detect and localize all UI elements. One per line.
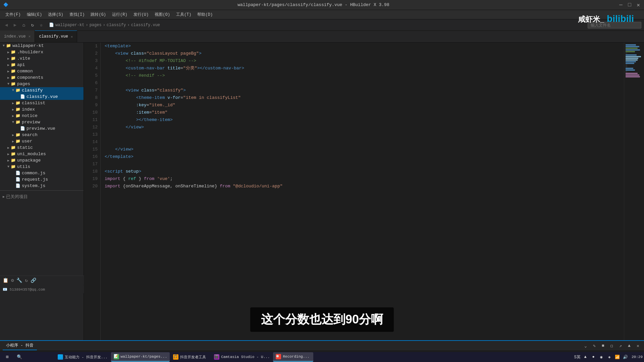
bottom-ctrl-edit[interactable]: ✎: [591, 343, 598, 349]
sidebar-bottom-icon-2[interactable]: ⚙: [11, 278, 14, 283]
tree-item-static[interactable]: ▶ 📁 static: [0, 144, 84, 151]
menu-publish[interactable]: 发行(U): [131, 10, 152, 19]
tree-item-user[interactable]: ▶ 📁 user: [0, 138, 84, 144]
tree-item-classlist[interactable]: ▶ 📁 classlist: [0, 100, 84, 106]
tree-item-system-js[interactable]: 📄 system.js: [0, 183, 84, 189]
folder-icon: 📁: [11, 75, 16, 80]
tab-index-vue[interactable]: index.vue ✕: [0, 31, 35, 42]
tree-item-common[interactable]: ▶ 📁 common: [0, 68, 84, 74]
maximize-button[interactable]: □: [627, 3, 632, 7]
taskbar-app-camtasia[interactable]: 🎬 Camtasia Studio - U...: [211, 352, 272, 362]
breadcrumb-pages[interactable]: pages: [90, 23, 102, 27]
sidebar-bottom-icon-1[interactable]: 📋: [3, 278, 8, 283]
sidebar-bottom-icon-3[interactable]: 🔧: [16, 278, 22, 283]
tree-item-request-js[interactable]: 📄 request.js: [0, 176, 84, 183]
taskbar-app-douyin-dev[interactable]: 🌐 互动能力 - 抖音开发...: [55, 352, 110, 362]
tree-item-api[interactable]: ▶ 📁 api: [0, 62, 84, 68]
folder-icon: 📁: [11, 62, 16, 67]
app-icon-douyin-dev: 🌐: [58, 354, 63, 360]
menu-run[interactable]: 运行(R): [109, 10, 130, 19]
bottom-ctrl-expand[interactable]: ▲: [626, 343, 633, 349]
bottom-ctrl-chevron-down[interactable]: ⌄: [582, 343, 589, 349]
nav-forward-button[interactable]: ▶: [11, 21, 19, 29]
breadcrumb-root[interactable]: wallpaper-kt: [55, 23, 84, 27]
menu-view[interactable]: 视图(O): [152, 10, 173, 19]
breadcrumb-classify-file[interactable]: classify.vue: [131, 23, 160, 27]
tree-item-vite[interactable]: ▶ 📁 .vite: [0, 55, 84, 62]
start-button[interactable]: ⊞: [1, 352, 13, 362]
tab-classify-vue[interactable]: classify.vue ✕: [35, 31, 77, 42]
taskbar-app-douyin-tools[interactable]: 🎵 抖音开发者工具: [170, 352, 211, 362]
tray-icon-vol[interactable]: 🔊: [622, 354, 629, 360]
tray-icon-rec[interactable]: ◉: [598, 354, 605, 360]
expand-icon: ▼: [11, 88, 15, 92]
tree-item-notice[interactable]: ▶ 📁 notice: [0, 113, 84, 119]
menu-goto[interactable]: 跳转(G): [88, 10, 109, 19]
tree-item-preview[interactable]: ▼ 📁 preview: [0, 119, 84, 125]
code-line-1: <template>: [105, 43, 624, 50]
expand-icon: ▶: [6, 159, 11, 163]
tree-label: wallpaper-kt: [12, 43, 44, 48]
taskbar-app-search[interactable]: 🔍: [14, 352, 54, 362]
expand-icon: ▶: [6, 69, 11, 73]
tree-item-unpackage[interactable]: ▶ 📁 unpackage: [0, 157, 84, 164]
app-label: wallpaper-kt/pages...: [121, 355, 167, 359]
taskbar-app-recording[interactable]: ⏺ Recording...: [273, 352, 313, 362]
tree-item-index[interactable]: ▶ 📁 index: [0, 106, 84, 113]
bottom-ctrl-external[interactable]: ↗: [617, 343, 624, 349]
menu-help[interactable]: 帮助(D): [195, 10, 215, 19]
sidebar-bottom-icon-4[interactable]: ↻: [25, 278, 28, 283]
file-icon: 📄: [20, 94, 25, 99]
bottom-ctrl-clear[interactable]: ◻: [608, 343, 615, 349]
nav-refresh-button[interactable]: ↻: [29, 21, 36, 29]
close-button[interactable]: ✕: [636, 3, 641, 7]
tree-item-uni-modules[interactable]: ▶ 📁 uni_modules: [0, 151, 84, 157]
sidebar-bottom-icon-5[interactable]: 🔗: [31, 278, 36, 283]
editor[interactable]: 12345 678910 1112131415 1617181920 <temp…: [84, 43, 644, 340]
minimize-button[interactable]: —: [619, 3, 623, 7]
expand-icon: ▶: [11, 114, 15, 118]
tray-icon-net[interactable]: 📶: [614, 354, 621, 360]
tree-item-search[interactable]: ▶ 📁 search: [0, 132, 84, 138]
nav-home-button[interactable]: ⌂: [20, 21, 28, 29]
tree-item-components[interactable]: ▶ 📁 components: [0, 74, 84, 81]
tree-item-utils[interactable]: ▼ 📁 utils: [0, 164, 84, 170]
tree-label: static: [17, 145, 33, 150]
bottom-ctrl-close[interactable]: ✕: [635, 343, 641, 349]
code-editor-content[interactable]: <template> <view class="classLayout page…: [101, 43, 624, 340]
tree-item-preview-vue[interactable]: 📄 preview.vue: [0, 125, 84, 132]
tray-icon-mic[interactable]: ●: [590, 354, 597, 360]
tree-label: components: [17, 75, 43, 80]
menu-tools[interactable]: 工具(T): [173, 10, 194, 19]
breadcrumb-icon: 📄: [49, 22, 54, 27]
tree-item-classify-vue[interactable]: 📄 classify.vue: [0, 94, 84, 100]
bottom-tab-miniprogram[interactable]: 小程序 - 抖音: [3, 341, 37, 350]
expand-icon: ▶: [6, 57, 11, 61]
tree-label: preview.vue: [26, 126, 55, 131]
bottom-ctrl-stop[interactable]: ■: [600, 343, 606, 349]
tree-item-classify-dir[interactable]: ▼ 📁 classify: [0, 87, 84, 94]
taskbar-app-hbuilder[interactable]: 📝 wallpaper-kt/pages...: [111, 352, 170, 362]
tree-item-closed-projects[interactable]: ▶ 已关闭项目: [0, 193, 84, 200]
tray-icon-ime[interactable]: S英: [574, 354, 581, 360]
tree-label: index: [22, 107, 35, 112]
menu-find[interactable]: 查找(I): [67, 10, 88, 19]
tree-item-common-js[interactable]: 📄 common.js: [0, 170, 84, 176]
menu-select[interactable]: 选择(S): [45, 10, 66, 19]
tab-index-close[interactable]: ✕: [29, 34, 31, 39]
code-line-10: :item="item": [105, 109, 624, 116]
tray-icon-img[interactable]: ◈: [606, 354, 613, 360]
nav-back-button[interactable]: ◀: [3, 21, 10, 29]
taskbar-right: S英 ▲ ● ◉ ◈ 📶 🔊 20:29: [574, 354, 643, 360]
tab-classify-close[interactable]: ✕: [71, 35, 73, 39]
menu-file[interactable]: 文件(F): [3, 10, 23, 19]
menu-edit[interactable]: 编辑(E): [24, 10, 45, 19]
nav-star-button[interactable]: ☆: [38, 21, 45, 29]
breadcrumb-classify-dir[interactable]: classify: [107, 23, 126, 27]
app-label: Recording...: [283, 355, 309, 359]
tree-item-pages[interactable]: ▼ 📁 pages: [0, 81, 84, 87]
tray-icon-1[interactable]: ▲: [582, 354, 589, 360]
subtitle-overlay: 这个分数也达到90分啊: [250, 307, 394, 332]
tree-item-hbuilderx[interactable]: ▶ 📁 .hbuilderx: [0, 49, 84, 55]
tree-item-root[interactable]: ▼ 📁 wallpaper-kt: [0, 43, 84, 49]
